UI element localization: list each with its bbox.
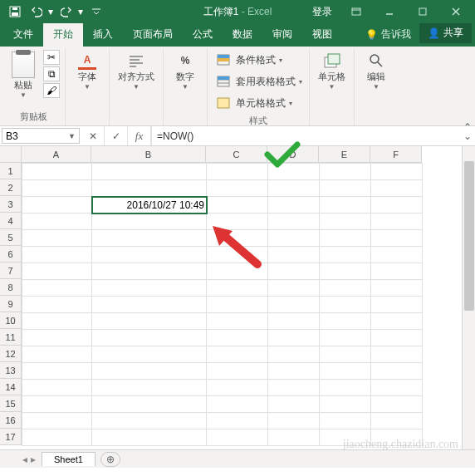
cell[interactable] <box>268 429 320 446</box>
cell[interactable] <box>22 363 92 380</box>
cells-area[interactable]: 2016/10/27 10:49 <box>22 163 423 446</box>
cell[interactable] <box>22 297 92 313</box>
alignment-dropdown-icon[interactable]: ▼ <box>133 83 140 91</box>
cell[interactable] <box>207 213 268 230</box>
column-header[interactable]: F <box>370 146 422 163</box>
cell[interactable] <box>92 330 207 346</box>
vertical-scrollbar-thumb[interactable] <box>464 161 474 311</box>
cell[interactable] <box>22 313 92 330</box>
cell[interactable] <box>320 380 371 396</box>
close-button[interactable] <box>442 2 470 21</box>
cell[interactable] <box>207 230 268 247</box>
row-header[interactable]: 14 <box>0 379 22 395</box>
select-all-corner[interactable] <box>0 146 22 163</box>
cells-dropdown-icon[interactable]: ▼ <box>329 83 335 91</box>
font-button[interactable]: A 字体 ▼ <box>71 50 104 92</box>
cell[interactable] <box>371 247 423 263</box>
cell[interactable] <box>371 180 423 197</box>
formula-cancel-button[interactable]: ✕ <box>81 126 105 145</box>
cells-button[interactable]: 单元格 ▼ <box>315 50 349 92</box>
cell[interactable] <box>268 280 320 297</box>
cell[interactable] <box>320 330 371 346</box>
cell[interactable] <box>268 346 320 363</box>
cell[interactable] <box>207 380 268 396</box>
cell[interactable] <box>371 346 423 363</box>
undo-split-button[interactable]: ▾ <box>27 2 55 21</box>
editing-dropdown-icon[interactable]: ▼ <box>373 83 380 91</box>
cell[interactable] <box>92 164 207 180</box>
login-link[interactable]: 登录 <box>307 5 337 19</box>
row-header[interactable]: 8 <box>0 279 22 296</box>
add-sheet-button[interactable]: ⊕ <box>100 452 120 467</box>
cell[interactable] <box>92 396 207 413</box>
cell[interactable] <box>207 413 268 429</box>
cell[interactable] <box>92 263 207 280</box>
cell[interactable] <box>92 380 207 396</box>
cell[interactable] <box>371 429 423 446</box>
sheet-nav-buttons[interactable]: ◂ ▸ <box>17 454 42 465</box>
cell[interactable] <box>92 413 207 429</box>
cell[interactable] <box>371 213 423 230</box>
cell[interactable] <box>320 247 371 263</box>
sheet-tab[interactable]: Sheet1 <box>42 452 95 466</box>
row-header[interactable]: 13 <box>0 362 22 379</box>
vertical-scrollbar[interactable] <box>462 146 475 449</box>
tab-home[interactable]: 开始 <box>43 22 83 47</box>
row-header[interactable]: 3 <box>0 196 22 213</box>
cell[interactable] <box>92 429 207 446</box>
cell-b3[interactable]: 2016/10/27 10:49 <box>92 197 207 213</box>
cell[interactable] <box>268 297 320 313</box>
cell[interactable] <box>22 263 92 280</box>
cell[interactable] <box>268 413 320 429</box>
cell[interactable] <box>268 197 320 213</box>
cell[interactable] <box>92 363 207 380</box>
cell[interactable] <box>268 164 320 180</box>
cell[interactable] <box>92 247 207 263</box>
column-header[interactable]: B <box>91 146 206 163</box>
undo-dropdown-icon[interactable]: ▾ <box>47 6 55 17</box>
cell[interactable] <box>371 164 423 180</box>
maximize-button[interactable] <box>409 2 437 21</box>
paste-button[interactable]: 粘贴 ▼ <box>7 50 40 101</box>
row-header[interactable]: 7 <box>0 263 22 279</box>
cell[interactable] <box>371 363 423 380</box>
cell[interactable] <box>92 313 207 330</box>
cell[interactable] <box>207 363 268 380</box>
cell[interactable] <box>22 380 92 396</box>
row-header[interactable]: 1 <box>0 163 22 179</box>
cell[interactable] <box>320 263 371 280</box>
column-headers[interactable]: ABCDEF <box>22 146 422 163</box>
cell[interactable] <box>92 346 207 363</box>
row-header[interactable]: 12 <box>0 346 22 362</box>
cell[interactable] <box>320 197 371 213</box>
cell-styles-button[interactable]: 单元格格式 ▾ <box>213 93 304 113</box>
copy-button[interactable]: ⧉ <box>43 66 60 81</box>
tab-formulas[interactable]: 公式 <box>183 22 223 47</box>
cell[interactable] <box>207 280 268 297</box>
name-box[interactable]: B3 ▼ <box>2 128 80 144</box>
cell[interactable] <box>320 297 371 313</box>
format-as-table-button[interactable]: 套用表格格式 ▾ <box>213 71 304 91</box>
row-header[interactable]: 6 <box>0 246 22 263</box>
cell[interactable] <box>371 413 423 429</box>
cell[interactable] <box>371 197 423 213</box>
row-header[interactable]: 4 <box>0 213 22 229</box>
cell[interactable] <box>92 230 207 247</box>
number-button[interactable]: % 数字 ▼ <box>169 50 202 92</box>
cell[interactable] <box>371 263 423 280</box>
row-header[interactable]: 2 <box>0 179 22 196</box>
cell[interactable] <box>320 429 371 446</box>
cell[interactable] <box>207 346 268 363</box>
alignment-button[interactable]: 对齐方式 ▼ <box>115 50 158 92</box>
cell[interactable] <box>22 247 92 263</box>
cell[interactable] <box>371 330 423 346</box>
cell[interactable] <box>268 180 320 197</box>
cell[interactable] <box>371 297 423 313</box>
insert-function-button[interactable]: fx <box>128 126 151 145</box>
row-header[interactable]: 5 <box>0 229 22 246</box>
conditional-format-button[interactable]: 条件格式 ▾ <box>213 50 304 70</box>
number-dropdown-icon[interactable]: ▼ <box>182 83 189 91</box>
column-header[interactable]: E <box>319 146 370 163</box>
cell[interactable] <box>207 297 268 313</box>
cell[interactable] <box>207 313 268 330</box>
